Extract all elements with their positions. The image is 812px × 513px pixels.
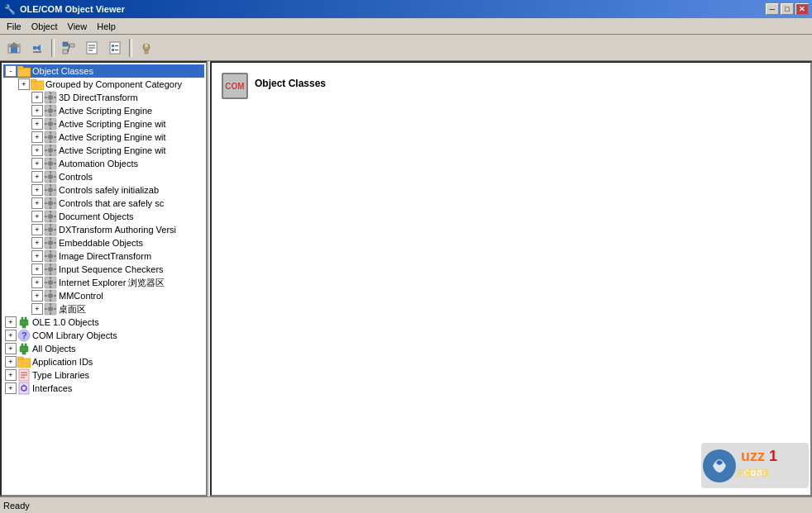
folder-icon-app-ids bbox=[17, 355, 31, 368]
svg-rect-42 bbox=[50, 127, 51, 130]
svg-rect-135 bbox=[20, 346, 28, 352]
svg-rect-6 bbox=[63, 42, 68, 46]
toolbar-find-button[interactable] bbox=[136, 37, 157, 59]
svg-point-64 bbox=[48, 174, 53, 179]
tree-item-type-libraries[interactable]: + Type Libraries bbox=[3, 368, 204, 382]
toolbar-tree-button[interactable] bbox=[58, 37, 79, 59]
toolbar-home-button[interactable] bbox=[3, 37, 25, 59]
svg-rect-108 bbox=[50, 273, 51, 275]
svg-rect-37 bbox=[45, 110, 47, 112]
tree-item-controls-safely[interactable]: + Controls safely initializab bbox=[3, 183, 204, 197]
minimize-button[interactable]: ─ bbox=[766, 3, 779, 15]
svg-rect-127 bbox=[45, 308, 47, 310]
tree-pane[interactable]: - Object Classes + Grouped by Component … bbox=[0, 61, 207, 496]
window-title: OLE/COM Object Viewer bbox=[20, 4, 125, 14]
restore-button[interactable]: □ bbox=[781, 3, 794, 15]
toolbar-separator-2 bbox=[129, 39, 132, 57]
svg-point-118 bbox=[48, 293, 53, 298]
tree-expand-input[interactable]: + bbox=[31, 264, 43, 275]
tree-item-grouped[interactable]: + Grouped by Component Category bbox=[3, 78, 204, 91]
tree-item-embeddable[interactable]: + Embeddable Objects bbox=[3, 236, 204, 249]
tree-item-3d[interactable]: + 3D DirectTransform bbox=[3, 91, 204, 104]
tree-expand-that[interactable]: + bbox=[31, 197, 43, 209]
toolbar-expert-button[interactable] bbox=[104, 37, 126, 59]
tree-item-ole10[interactable]: + OLE 1.0 Objects bbox=[3, 316, 204, 329]
tree-expand-controls[interactable]: + bbox=[31, 171, 43, 183]
svg-line-9 bbox=[68, 44, 69, 45]
tree-expand-automation[interactable]: + bbox=[31, 158, 43, 169]
tree-item-interfaces[interactable]: + Interfaces bbox=[3, 382, 204, 395]
tree-expand-wit1[interactable]: + bbox=[31, 118, 43, 130]
tree-item-document[interactable]: + Document Objects bbox=[3, 210, 204, 223]
svg-rect-53 bbox=[50, 145, 51, 147]
tree-label-dxtransform: DXTransform Authoring Versi bbox=[59, 225, 176, 235]
tree-item-object-classes[interactable]: - Object Classes bbox=[3, 64, 204, 78]
svg-rect-47 bbox=[50, 131, 51, 134]
tree-expand-3d[interactable]: + bbox=[31, 92, 43, 103]
svg-rect-136 bbox=[21, 344, 23, 347]
tree-label-wit3: Active Scripting Engine wit bbox=[59, 145, 166, 155]
svg-point-34 bbox=[48, 108, 53, 113]
gear-icon-wit1 bbox=[44, 117, 57, 131]
tree-expand-app-ids[interactable]: + bbox=[5, 356, 17, 368]
tree-expand-wit2[interactable]: + bbox=[31, 131, 43, 143]
tree-expand-com-library[interactable]: + bbox=[5, 330, 17, 341]
tree-item-desktop[interactable]: + 桌面区 bbox=[3, 302, 204, 316]
tree-expand-interfaces[interactable]: + bbox=[5, 382, 17, 394]
tree-item-input[interactable]: + Input Sequence Checkers bbox=[3, 263, 204, 276]
tree-expand-document[interactable]: + bbox=[31, 211, 43, 222]
svg-rect-80 bbox=[54, 202, 56, 204]
svg-text:?: ? bbox=[21, 330, 27, 340]
close-button[interactable]: ✕ bbox=[795, 3, 809, 15]
tree-item-active-scripting[interactable]: + Active Scripting Engine bbox=[3, 104, 204, 117]
svg-point-124 bbox=[48, 306, 53, 311]
tree-expand-grouped[interactable]: + bbox=[18, 78, 30, 90]
menu-help[interactable]: Help bbox=[92, 20, 121, 33]
svg-rect-137 bbox=[25, 344, 26, 347]
tree-expand-ie[interactable]: + bbox=[31, 277, 43, 288]
tree-expand-object-classes[interactable]: - bbox=[5, 65, 17, 77]
tree-expand-all[interactable]: + bbox=[5, 343, 17, 354]
svg-point-106 bbox=[48, 267, 53, 272]
gear-icon-wit2 bbox=[44, 131, 57, 144]
toolbar-properties-button[interactable] bbox=[81, 37, 103, 59]
svg-rect-74 bbox=[54, 189, 56, 191]
tree-item-mmcontrol[interactable]: + MMControl bbox=[3, 289, 204, 302]
tree-item-com-library[interactable]: + ? COM Library Objects bbox=[3, 329, 204, 342]
tree-expand-active[interactable]: + bbox=[31, 105, 43, 116]
tree-item-all-objects[interactable]: + All Objects bbox=[3, 342, 204, 355]
tree-item-image[interactable]: + Image DirectTransform bbox=[3, 249, 204, 263]
tree-expand-ole10[interactable]: + bbox=[5, 316, 17, 328]
svg-rect-83 bbox=[50, 211, 51, 213]
properties-icon bbox=[85, 41, 98, 55]
tree-label-wit1: Active Scripting Engine wit bbox=[59, 119, 166, 129]
tree-expand-safely[interactable]: + bbox=[31, 184, 43, 196]
tree-item-active-scripting-wit3[interactable]: + Active Scripting Engine wit bbox=[3, 144, 204, 157]
menu-object[interactable]: Object bbox=[26, 20, 63, 33]
tree-item-controls-that[interactable]: + Controls that are safely sc bbox=[3, 197, 204, 210]
tree-expand-dxtransform[interactable]: + bbox=[31, 224, 43, 235]
menu-view[interactable]: View bbox=[63, 20, 93, 33]
tree-label-ole10: OLE 1.0 Objects bbox=[32, 317, 99, 327]
tree-expand-type-lib[interactable]: + bbox=[5, 369, 17, 381]
tree-expand-wit3[interactable]: + bbox=[31, 145, 43, 156]
tree-expand-image[interactable]: + bbox=[31, 250, 43, 262]
tree-item-controls[interactable]: + Controls bbox=[3, 170, 204, 183]
tree-item-app-ids[interactable]: + Application IDs bbox=[3, 355, 204, 368]
tree-item-ie[interactable]: + Internet Explorer 浏览器区 bbox=[3, 276, 204, 289]
toolbar-back-button[interactable] bbox=[26, 37, 48, 59]
svg-rect-78 bbox=[50, 207, 51, 209]
tree-item-active-scripting-wit2[interactable]: + Active Scripting Engine wit bbox=[3, 131, 204, 144]
svg-rect-90 bbox=[50, 233, 51, 235]
tree-item-dxtransform[interactable]: + DXTransform Authoring Versi bbox=[3, 223, 204, 236]
tree-expand-desktop[interactable]: + bbox=[31, 303, 43, 315]
tree-item-automation[interactable]: + Automation Objects bbox=[3, 157, 204, 170]
tree-item-active-scripting-wit1[interactable]: + Active Scripting Engine wit bbox=[3, 117, 204, 131]
menu-file[interactable]: File bbox=[2, 20, 26, 33]
svg-rect-60 bbox=[50, 167, 51, 169]
svg-rect-25 bbox=[31, 81, 44, 90]
gear-icon-safely bbox=[44, 183, 57, 197]
tree-label-that: Controls that are safely sc bbox=[59, 198, 164, 208]
tree-expand-mm[interactable]: + bbox=[31, 290, 43, 302]
tree-expand-embeddable[interactable]: + bbox=[31, 237, 43, 249]
